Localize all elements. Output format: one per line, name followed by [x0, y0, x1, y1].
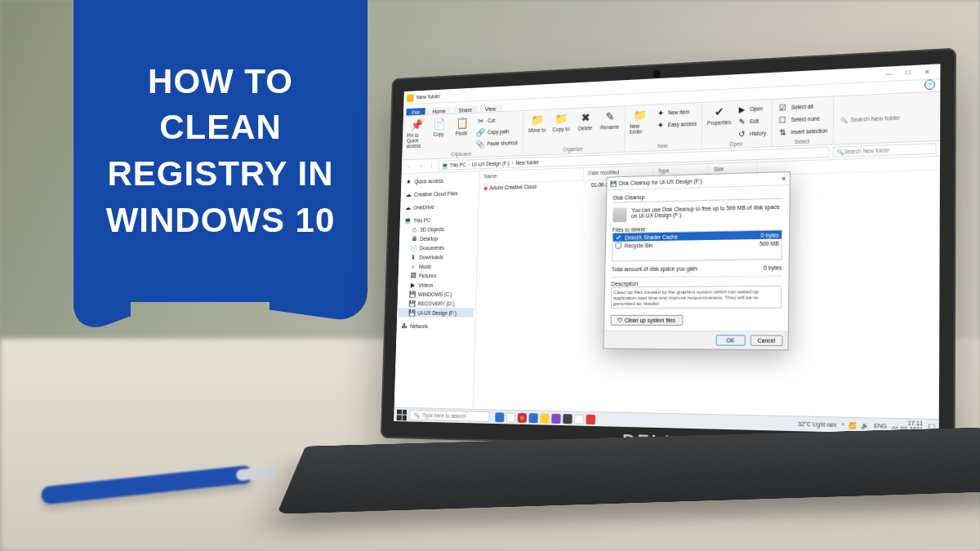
tab-view[interactable]: View: [479, 104, 502, 113]
cube-icon: ◇: [411, 226, 417, 233]
selectnone-button[interactable]: ☐Select none: [777, 113, 820, 126]
taskbar-app-icon[interactable]: [528, 413, 537, 423]
taskbar-app-icon[interactable]: [495, 412, 504, 422]
drive-icon: 💾: [408, 300, 415, 307]
paste-button[interactable]: 📋Paste: [452, 116, 472, 136]
video-icon: ▶: [409, 282, 416, 289]
nav-ddrive[interactable]: 💾RECOVERY (D:): [399, 299, 474, 309]
path-icon: 🔗: [475, 127, 486, 138]
edit-button[interactable]: ✎Edit: [736, 115, 759, 127]
copyto-button[interactable]: 📁Copy to: [551, 111, 571, 132]
edit-icon: ✎: [736, 115, 747, 127]
taskbar-app-icon[interactable]: [506, 412, 515, 422]
nav-pictures[interactable]: 🖼Pictures: [399, 270, 474, 280]
pin-button[interactable]: 📌Pin to Quick access: [407, 118, 426, 149]
search-icon: 🔍: [840, 117, 847, 124]
taskbar-app-icon[interactable]: [586, 414, 595, 424]
desc-label: Description: [611, 280, 782, 287]
copyto-icon: 📁: [555, 111, 568, 126]
group-new-label: New: [629, 142, 696, 150]
copy-button[interactable]: 📄Copy: [430, 117, 448, 137]
drive-icon: 💾: [408, 309, 415, 317]
newfolder-button[interactable]: 📁New folder: [630, 108, 650, 135]
maximize-button[interactable]: ☐: [898, 69, 917, 76]
nav-up-button[interactable]: ↑: [429, 163, 435, 169]
delete-icon: ✖: [578, 110, 592, 125]
file-item-recyclebin[interactable]: Recycle Bin 569 MB: [612, 239, 781, 250]
ribbon-search-input[interactable]: [850, 113, 940, 122]
rename-button[interactable]: ✎Rename: [599, 109, 620, 130]
tray-chevron-icon[interactable]: ^: [841, 422, 844, 428]
clock-time[interactable]: 17:11: [908, 420, 924, 426]
nav-network[interactable]: 🖧Network: [398, 321, 474, 331]
download-icon: ⬇: [410, 254, 416, 261]
taskbar-search[interactable]: 🔍Type here to search: [409, 410, 489, 422]
directx-checkbox[interactable]: [615, 234, 621, 241]
search-icon: 🔍: [837, 149, 844, 155]
weather-widget[interactable]: 32°C Light rain: [798, 421, 836, 428]
music-icon: ♪: [410, 263, 416, 270]
disk-cleanup-dialog: 💾Disk Cleanup for UI-UX Design (F:) ✕ Di…: [603, 171, 791, 350]
cleanup-system-button[interactable]: 🛡 Clean up system files: [611, 315, 684, 326]
dialog-close-button[interactable]: ✕: [782, 176, 786, 182]
properties-icon: ✔: [712, 104, 727, 119]
col-size[interactable]: Size: [709, 162, 758, 176]
copypath-button[interactable]: 🔗Copy path: [475, 126, 510, 138]
easyaccess-button[interactable]: ✦Easy access: [654, 118, 697, 131]
minimize-button[interactable]: —: [880, 70, 898, 78]
start-button[interactable]: [397, 409, 408, 420]
window-title: New folder: [416, 93, 440, 100]
invert-icon: ⇅: [777, 126, 788, 138]
selectnone-icon: ☐: [777, 113, 788, 126]
tab-home[interactable]: Home: [426, 107, 451, 115]
disk-icon: 💾: [610, 180, 617, 187]
lang-indicator[interactable]: ENG: [874, 423, 887, 429]
delete-button[interactable]: ✖Delete: [575, 110, 595, 131]
shortcut-icon: 📎: [474, 138, 485, 149]
recyclebin-checkbox[interactable]: [615, 242, 621, 249]
group-open-label: Open: [707, 140, 767, 148]
taskbar-app-icon[interactable]: [574, 414, 584, 424]
newitem-icon: ✦: [655, 107, 666, 118]
newitem-button[interactable]: ✦New item: [655, 106, 690, 119]
address-search[interactable]: 🔍 Search New folder: [833, 143, 937, 158]
pin-icon: 📌: [410, 118, 423, 131]
volume-icon[interactable]: 🔊: [862, 422, 869, 429]
files-label: Files to delete:: [612, 224, 782, 233]
history-icon: ↺: [736, 127, 747, 140]
tab-share[interactable]: Share: [452, 105, 478, 113]
tab-file[interactable]: File: [406, 108, 425, 115]
chrome-icon[interactable]: [518, 412, 527, 422]
dialog-tab[interactable]: Disk Cleanup: [613, 190, 783, 202]
nav-fwd-button[interactable]: →: [416, 163, 425, 169]
webcam: [653, 69, 661, 78]
explorer-icon[interactable]: [540, 413, 549, 423]
folder-icon: [407, 94, 414, 102]
moveto-icon: 📁: [531, 113, 545, 127]
close-button[interactable]: ✕: [917, 68, 937, 75]
nav-back-button[interactable]: ←: [404, 164, 413, 170]
nav-fdrive[interactable]: 💾UI-UX Design (F:): [399, 308, 474, 318]
history-button[interactable]: ↺History: [736, 127, 766, 139]
wifi-icon[interactable]: 📶: [849, 422, 857, 429]
pc-icon: 💻: [404, 217, 411, 224]
shortcut-button[interactable]: 📎Paste shortcut: [474, 137, 518, 149]
properties-button[interactable]: ✔Properties: [707, 104, 732, 126]
dialog-title: Disk Cleanup for UI-UX Design (F:): [619, 178, 702, 186]
nav-cdrive[interactable]: 💾WINDOWS (C:): [399, 289, 474, 299]
selectall-button[interactable]: ☑Select all: [777, 100, 813, 113]
cut-button[interactable]: ✂Cut: [475, 114, 495, 126]
copy-icon: 📄: [432, 117, 445, 131]
invert-button[interactable]: ⇅Invert selection: [777, 124, 827, 138]
open-button[interactable]: ▶Open: [736, 102, 763, 114]
moveto-button[interactable]: 📁Move to: [528, 112, 547, 133]
total-label: Total amount of disk space you gain:: [612, 265, 698, 272]
help-button[interactable]: ?: [924, 79, 935, 90]
nav-videos[interactable]: ▶Videos: [399, 280, 474, 290]
taskbar-app-icon[interactable]: [563, 414, 572, 424]
nav-music[interactable]: ♪Music: [400, 261, 475, 271]
paste-icon: 📋: [455, 116, 468, 131]
cancel-button[interactable]: Cancel: [750, 335, 782, 346]
ok-button[interactable]: OK: [716, 335, 746, 345]
taskbar-app-icon[interactable]: [551, 413, 560, 423]
